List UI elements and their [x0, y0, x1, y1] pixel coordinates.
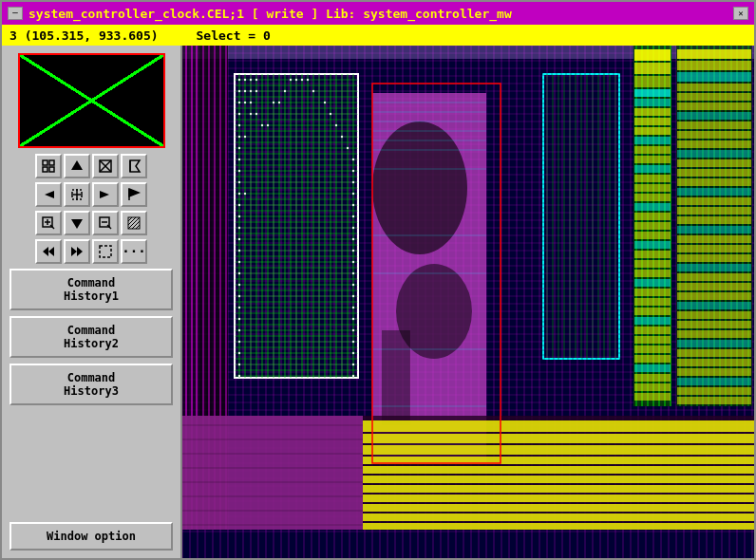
svg-point-279: [238, 170, 240, 172]
close-button[interactable]: ✕: [733, 7, 748, 20]
toolbar-row-4: ···: [2, 237, 180, 266]
svg-point-320: [352, 181, 354, 183]
svg-point-273: [238, 113, 240, 115]
svg-point-331: [352, 307, 354, 308]
svg-rect-405: [634, 336, 671, 344]
toolbar-row-1: [2, 152, 180, 180]
svg-rect-455: [677, 330, 751, 338]
svg-rect-442: [677, 207, 751, 215]
svg-rect-399: [634, 279, 671, 287]
svg-rect-444: [677, 226, 751, 233]
svg-point-293: [238, 318, 240, 320]
svg-rect-453: [677, 311, 751, 319]
svg-rect-395: [634, 241, 671, 249]
svg-point-327: [352, 261, 354, 263]
svg-rect-379: [634, 89, 671, 97]
svg-rect-385: [634, 146, 671, 154]
history3-button[interactable]: Command History3: [9, 364, 173, 405]
window-option-button[interactable]: Window option: [9, 522, 173, 551]
svg-point-329: [352, 284, 354, 286]
svg-marker-4: [71, 160, 83, 170]
svg-marker-8: [130, 160, 140, 172]
history1-button[interactable]: Command History1: [9, 269, 173, 310]
svg-rect-469: [363, 476, 754, 483]
svg-rect-436: [677, 150, 751, 158]
svg-marker-33: [71, 247, 77, 256]
down-button[interactable]: [64, 211, 90, 235]
svg-rect-441: [677, 197, 751, 205]
svg-point-287: [238, 250, 240, 252]
svg-rect-398: [634, 270, 671, 277]
svg-rect-459: [677, 368, 751, 376]
svg-point-292: [238, 307, 240, 308]
restore-button[interactable]: ─: [8, 7, 23, 20]
svg-point-268: [238, 90, 240, 92]
svg-rect-392: [634, 213, 671, 220]
svg-point-276: [244, 136, 246, 138]
title-bar-left: ─ system_controller_clock.CEL;1 [ write …: [8, 7, 512, 21]
svg-point-278: [238, 159, 240, 160]
right-button[interactable]: [92, 182, 119, 207]
svg-rect-474: [363, 523, 754, 530]
more-button[interactable]: ···: [121, 239, 147, 264]
left-button[interactable]: [35, 182, 62, 207]
select-button[interactable]: [92, 239, 119, 264]
svg-rect-454: [677, 321, 751, 328]
select-display: Select = 0: [197, 28, 271, 43]
svg-rect-439: [677, 178, 751, 186]
flag-button[interactable]: [121, 154, 147, 178]
svg-rect-411: [634, 393, 671, 401]
svg-rect-35: [100, 246, 111, 257]
svg-point-339: [372, 121, 467, 254]
svg-point-301: [250, 113, 252, 115]
svg-point-285: [238, 227, 240, 229]
svg-rect-440: [677, 188, 751, 196]
zoom-in-button[interactable]: [35, 211, 62, 235]
preview-box: [18, 53, 165, 148]
svg-rect-473: [363, 513, 754, 521]
svg-point-296: [238, 352, 240, 354]
svg-point-333: [352, 329, 354, 331]
svg-point-288: [238, 261, 240, 263]
zoom-box-button[interactable]: [92, 154, 119, 178]
svg-point-334: [352, 341, 354, 343]
svg-point-318: [352, 159, 354, 160]
svg-rect-380: [634, 99, 671, 106]
up-button[interactable]: [64, 154, 90, 178]
svg-point-299: [244, 102, 246, 103]
svg-rect-394: [634, 232, 671, 239]
svg-rect-433: [677, 121, 751, 129]
svg-point-289: [238, 272, 240, 274]
svg-rect-451: [677, 292, 751, 300]
svg-rect-432: [677, 112, 751, 120]
svg-rect-472: [363, 504, 754, 512]
svg-rect-464: [363, 420, 754, 432]
svg-point-269: [244, 90, 246, 92]
svg-point-321: [352, 193, 354, 195]
svg-rect-403: [634, 317, 671, 325]
center-button[interactable]: [64, 182, 90, 207]
svg-rect-449: [677, 273, 751, 281]
svg-point-295: [238, 341, 240, 343]
rewind-button[interactable]: [35, 239, 62, 264]
svg-marker-32: [48, 247, 54, 256]
svg-rect-460: [677, 378, 751, 385]
zoom-out-button[interactable]: [92, 211, 119, 235]
canvas-area[interactable]: [182, 46, 754, 558]
flag2-button[interactable]: [121, 182, 147, 207]
svg-rect-456: [677, 340, 751, 347]
grid-button[interactable]: [35, 154, 62, 178]
svg-marker-10: [45, 191, 54, 198]
coordinates-display: 3 (105.315, 933.605): [9, 28, 159, 43]
svg-rect-435: [677, 140, 751, 148]
history2-button[interactable]: Command History2: [9, 316, 173, 358]
forward-button[interactable]: [64, 239, 90, 264]
svg-marker-14: [100, 191, 109, 198]
svg-point-302: [255, 113, 257, 115]
svg-line-26: [128, 217, 132, 221]
svg-rect-470: [363, 485, 754, 493]
hatch-button[interactable]: [121, 211, 147, 235]
svg-rect-409: [634, 374, 671, 382]
svg-rect-397: [634, 260, 671, 268]
svg-point-283: [238, 204, 240, 206]
